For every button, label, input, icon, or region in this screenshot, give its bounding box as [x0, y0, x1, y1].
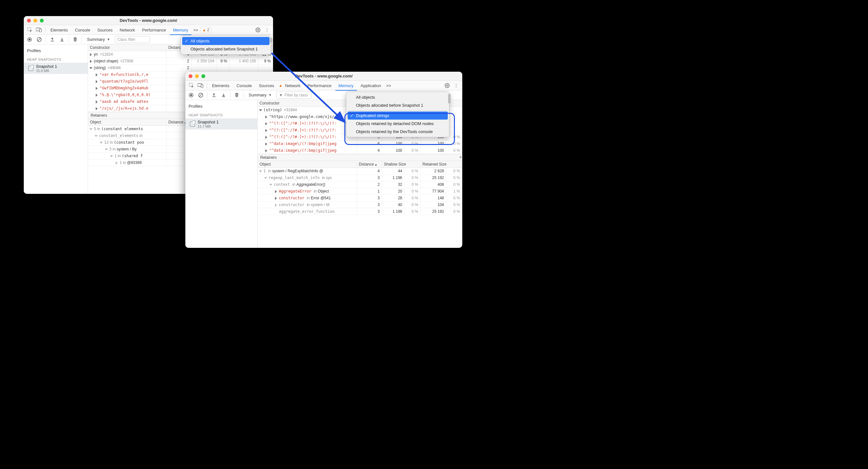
view-select[interactable]: Summary▼	[85, 36, 113, 42]
svg-line-15	[199, 93, 203, 97]
class-filter-input[interactable]: Class filter	[115, 36, 150, 43]
table-row[interactable]: (object shape)×2700821 359 1049 %1 400 1…	[88, 58, 273, 65]
snapshot-name: Snapshot 1	[36, 64, 57, 69]
tab-sources[interactable]: Sources	[256, 81, 278, 90]
svg-line-7	[38, 38, 41, 41]
close-window-button[interactable]	[189, 74, 192, 78]
gear-icon[interactable]	[254, 26, 262, 34]
kebab-menu-icon[interactable]: ⋮	[263, 26, 271, 34]
tab-console[interactable]: Console	[72, 25, 93, 34]
close-window-button[interactable]	[27, 19, 31, 23]
class-filter-input[interactable]: ▼Filter by class	[276, 92, 312, 99]
menu-devtools-console[interactable]: Objects retained by the DevTools console	[348, 127, 448, 136]
snapshot-icon	[190, 121, 195, 127]
device-toggle-icon[interactable]	[35, 26, 43, 34]
svg-point-13	[190, 94, 192, 96]
col-distance[interactable]: Distance▲	[357, 161, 382, 168]
col-object[interactable]: Object	[88, 119, 166, 125]
menu-detached-dom[interactable]: Objects retained by detached DOM nodes	[348, 120, 448, 127]
table-row[interactable]: "^data:image\/(?:bmp|gif|jpeg41000 %1000…	[258, 147, 462, 154]
trash-icon[interactable]	[233, 91, 241, 99]
table-row[interactable]: context in AggregateError()2320 %4080 %	[258, 181, 462, 188]
svg-point-3	[257, 29, 258, 31]
tab-console[interactable]: Console	[233, 81, 255, 90]
menu-all-objects[interactable]: All objects	[348, 93, 448, 101]
tab-network[interactable]: Network	[117, 25, 138, 34]
window-title: DevTools - www.google.com/	[24, 18, 273, 23]
tab-memory[interactable]: Memory	[170, 25, 191, 35]
panel-tabs: Elements Console Sources Network Perform…	[24, 25, 273, 35]
gear-icon[interactable]	[443, 81, 451, 90]
view-select-label: Summary	[87, 37, 105, 42]
retainers-heading: Retainers ≡	[258, 154, 462, 161]
table-row[interactable]: (string)×490482	[88, 65, 273, 71]
col-retained[interactable]: Retained Size	[421, 161, 462, 168]
col-constructor[interactable]: Constructor	[88, 45, 166, 51]
device-toggle-icon[interactable]	[196, 81, 205, 90]
filter-placeholder: Filter by class	[284, 93, 308, 97]
col-constructor[interactable]: Constructor	[258, 100, 357, 107]
tabs-overflow[interactable]: >>	[192, 25, 199, 34]
objects-filter-menu[interactable]: All objects Objects allocated before Sna…	[181, 35, 271, 55]
table-row[interactable]: 1 in system / RegExpMatchInfo @4440 %2 6…	[258, 168, 462, 175]
svg-point-5	[29, 38, 31, 40]
col-shallow[interactable]: Shallow Size	[382, 161, 421, 168]
menu-scrollbar[interactable]	[270, 38, 272, 43]
snapshot-item[interactable]: Snapshot 1 15.8 MB	[24, 63, 88, 74]
warning-icon: ▲	[203, 28, 206, 32]
kebab-menu-icon[interactable]: ⋮	[452, 81, 460, 90]
inspect-icon[interactable]	[187, 81, 196, 90]
chevron-down-icon: ▼	[107, 38, 110, 41]
clear-icon[interactable]	[35, 36, 43, 43]
menu-before-snapshot-1[interactable]: Objects allocated before Snapshot 1	[348, 101, 448, 109]
col-object[interactable]: Object	[258, 161, 357, 168]
record-icon[interactable]	[26, 36, 33, 43]
trash-icon[interactable]	[71, 36, 79, 43]
tab-application[interactable]: Application	[358, 81, 384, 90]
svg-rect-10	[201, 85, 203, 88]
expand-icon[interactable]: ≡	[459, 155, 462, 159]
tab-elements[interactable]: Elements	[47, 25, 71, 34]
profiles-sidebar: Profiles HEAP SNAPSHOTS Snapshot 1 11.7 …	[185, 100, 258, 248]
menu-duplicated-strings[interactable]: Duplicated strings	[348, 112, 448, 120]
table-row[interactable]: regexp_last_match_info in sys31 1960 %25…	[258, 175, 462, 181]
tab-sources[interactable]: Sources	[94, 25, 116, 34]
download-icon[interactable]	[220, 91, 227, 99]
tab-elements[interactable]: Elements	[209, 81, 232, 90]
heap-snapshots-heading: HEAP SNAPSHOTS	[185, 111, 257, 118]
record-icon[interactable]	[187, 91, 195, 99]
zoom-window-button[interactable]	[40, 19, 44, 23]
panel-tabs: Elements Console Sources ▲ Network Perfo…	[185, 81, 462, 90]
menu-scrollbar[interactable]	[448, 94, 451, 104]
snapshot-size: 15.8 MB	[36, 69, 57, 72]
download-icon[interactable]	[58, 36, 66, 43]
table-row[interactable]: aggregate_error_function31 1960 %25 1920…	[258, 208, 462, 215]
objects-filter-menu[interactable]: All objects Objects allocated before Sna…	[346, 92, 450, 137]
issues-count: 2	[207, 28, 210, 32]
view-select[interactable]: Summary▼	[246, 92, 274, 98]
tabs-overflow[interactable]: >>	[385, 81, 392, 90]
tab-memory[interactable]: Memory	[335, 81, 357, 91]
table-row[interactable]: constructor in system / M3400 %1040 %	[258, 202, 462, 208]
table-row[interactable]: "^data:image\/(?:bmp|gif|jpeg61000 %1000…	[258, 141, 462, 147]
menu-all-objects[interactable]: All objects	[182, 37, 270, 45]
tab-performance[interactable]: Performance	[139, 25, 169, 34]
snapshot-size: 11.7 MB	[197, 124, 219, 128]
view-select-label: Summary	[249, 93, 267, 97]
zoom-window-button[interactable]	[202, 74, 205, 78]
issues-badge[interactable]: ▲2	[200, 27, 212, 33]
profiles-heading: Profiles	[24, 46, 88, 55]
upload-icon[interactable]	[49, 36, 56, 43]
upload-icon[interactable]	[210, 91, 218, 99]
minimize-window-button[interactable]	[33, 19, 37, 23]
minimize-window-button[interactable]	[195, 74, 199, 78]
table-row[interactable]: constructor in Error @5413280 %1480 %	[258, 195, 462, 202]
snapshot-item[interactable]: Snapshot 1 11.7 MB	[185, 118, 257, 129]
svg-rect-2	[39, 29, 41, 32]
tab-performance[interactable]: Performance	[304, 81, 334, 90]
table-row[interactable]: AggregateError in Object1200 %77 9041 %	[258, 188, 462, 195]
clear-icon[interactable]	[197, 91, 205, 99]
tab-network[interactable]: Network	[282, 81, 304, 90]
inspect-icon[interactable]	[26, 26, 34, 34]
menu-before-snapshot-1[interactable]: Objects allocated before Snapshot 1	[182, 45, 270, 53]
